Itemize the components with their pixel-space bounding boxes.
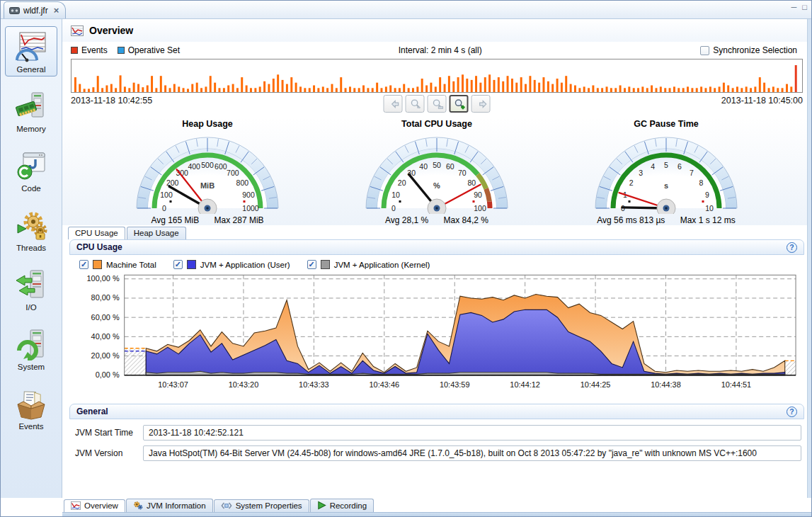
dial-panel: Heap Usage 01002003004005006007008009001… bbox=[62, 118, 811, 225]
synchronize-selection-checkbox[interactable] bbox=[700, 46, 709, 55]
overview-icon bbox=[71, 25, 84, 36]
svg-text:200: 200 bbox=[166, 178, 179, 187]
page-tab-bar: Overview JVM Information System Properti… bbox=[62, 496, 811, 516]
zoom-out-button[interactable] bbox=[406, 95, 425, 113]
svg-text:MiB: MiB bbox=[200, 181, 215, 190]
sidebar-item-label: Threads bbox=[16, 244, 46, 252]
svg-text:3: 3 bbox=[639, 169, 643, 177]
magnifier-minus-icon bbox=[408, 98, 422, 110]
machine-total-label: Machine Total bbox=[106, 261, 156, 269]
event-timeline[interactable] bbox=[71, 59, 803, 93]
svg-text:40: 40 bbox=[419, 162, 428, 171]
tab-overview[interactable]: Overview bbox=[64, 499, 125, 512]
editor-tab-wldf-jfr[interactable]: wldf.jfr × bbox=[4, 1, 66, 18]
svg-text:60,00 %: 60,00 % bbox=[91, 313, 120, 322]
sidebar-item-memory[interactable]: Memory bbox=[5, 86, 57, 136]
svg-text:10:43:20: 10:43:20 bbox=[229, 380, 259, 389]
sidebar-item-label: General bbox=[17, 65, 46, 74]
range-legend: Events Operative Set bbox=[71, 45, 180, 55]
threads-icon bbox=[15, 209, 47, 242]
tab-recording[interactable]: Recording bbox=[310, 499, 374, 512]
sidebar-item-general[interactable]: General bbox=[5, 26, 57, 76]
gc-pause-dial: 012345678910s bbox=[560, 130, 772, 217]
svg-text:10: 10 bbox=[391, 191, 400, 199]
tab-jvm-information[interactable]: JVM Information bbox=[126, 499, 213, 512]
help-icon[interactable]: ? bbox=[787, 242, 797, 253]
gauge-title: Total CPU Usage bbox=[331, 119, 543, 129]
svg-text:100,00 %: 100,00 % bbox=[87, 274, 120, 283]
status-strip bbox=[62, 512, 811, 516]
sidebar-item-code[interactable]: Code bbox=[5, 145, 57, 195]
svg-text:8: 8 bbox=[699, 178, 703, 187]
tab-cpu-usage[interactable]: CPU Usage bbox=[68, 227, 125, 239]
jvm-start-time-row: JVM Start Time 2013-11-18 10:42:52.121 bbox=[75, 425, 801, 441]
sidebar-item-io[interactable]: I/O bbox=[5, 264, 57, 314]
svg-text:600: 600 bbox=[215, 162, 227, 171]
svg-text:10:44:12: 10:44:12 bbox=[510, 380, 540, 389]
general-gauge-chart-icon bbox=[15, 30, 47, 63]
minimize-icon[interactable]: ─ bbox=[791, 3, 797, 11]
timeline-footer: 2013-11-18 10:42:55 2013-11-18 10:45:00 bbox=[71, 95, 803, 118]
heap-usage-dial: 01002003004005006007008009001000MiB bbox=[101, 130, 314, 217]
svg-text:500: 500 bbox=[201, 161, 214, 169]
toggle-jvm-kernel[interactable]: JVM + Application (Kernel) bbox=[307, 260, 430, 269]
navigate-forward-button[interactable] bbox=[471, 95, 491, 113]
gears-icon bbox=[133, 501, 143, 510]
sidebar-item-events[interactable]: Events bbox=[5, 383, 57, 433]
svg-text:1000: 1000 bbox=[242, 204, 259, 212]
jvm-kernel-swatch bbox=[321, 260, 330, 269]
gc-avg-value: Avg 56 ms 813 µs bbox=[597, 215, 665, 225]
jvm-user-label: JVM + Application (User) bbox=[200, 261, 290, 269]
jvm-version-row: JVM Version Java HotSpot(TM) 64-Bit Serv… bbox=[75, 445, 801, 461]
system-icon bbox=[15, 328, 47, 360]
help-icon[interactable]: ? bbox=[787, 407, 797, 417]
sidebar-item-label: I/O bbox=[25, 303, 36, 312]
memory-icon bbox=[15, 90, 47, 123]
svg-text:80,00 %: 80,00 % bbox=[91, 293, 120, 302]
svg-text:10:44:38: 10:44:38 bbox=[651, 380, 681, 389]
toggle-jvm-user[interactable]: JVM + Application (User) bbox=[173, 260, 290, 269]
close-icon[interactable]: × bbox=[54, 7, 59, 14]
gauge-title: Heap Usage bbox=[101, 119, 314, 129]
navigate-back-button[interactable] bbox=[384, 95, 403, 113]
cpu-max-value: Max 84,2 % bbox=[444, 215, 488, 225]
tab-label: System Properties bbox=[236, 501, 302, 510]
tab-heap-usage[interactable]: Heap Usage bbox=[127, 227, 186, 239]
tab-label: Overview bbox=[84, 501, 118, 510]
svg-text:90: 90 bbox=[474, 191, 482, 199]
toggle-machine-total[interactable]: Machine Total bbox=[79, 260, 156, 269]
maximize-icon[interactable]: □ bbox=[802, 3, 807, 11]
operative-set-swatch bbox=[118, 47, 125, 54]
sidebar-item-system[interactable]: System bbox=[5, 324, 57, 374]
svg-text:2: 2 bbox=[629, 178, 634, 187]
jvm-start-time-field[interactable]: 2013-11-18 10:42:52.121 bbox=[143, 425, 801, 441]
jvm-version-field[interactable]: Java HotSpot(TM) 64-Bit Server VM (24.45… bbox=[143, 445, 801, 461]
svg-text:900: 900 bbox=[242, 191, 255, 199]
application-window: wldf.jfr × ─ □ General bbox=[0, 0, 812, 517]
svg-text:0: 0 bbox=[391, 204, 396, 212]
tab-system-properties[interactable]: System Properties bbox=[214, 499, 309, 512]
jvm-user-checkbox[interactable] bbox=[173, 260, 183, 269]
zoom-fit-button[interactable] bbox=[428, 95, 447, 113]
sidebar-item-threads[interactable]: Threads bbox=[5, 205, 57, 255]
svg-text:100: 100 bbox=[160, 191, 173, 199]
svg-text:%: % bbox=[433, 181, 440, 190]
svg-text:7: 7 bbox=[690, 169, 694, 177]
cpu-usage-chart[interactable]: 100,00 %80,00 %60,00 %40,00 %20,00 %0,00… bbox=[69, 271, 804, 399]
svg-text:60: 60 bbox=[446, 162, 454, 171]
svg-text:80: 80 bbox=[468, 178, 476, 187]
overview-tab-icon bbox=[71, 501, 81, 510]
svg-text:10: 10 bbox=[705, 204, 714, 212]
cpu-section-title: CPU Usage bbox=[76, 242, 122, 252]
machine-total-checkbox[interactable] bbox=[79, 260, 88, 269]
tab-label: JVM Information bbox=[147, 501, 206, 510]
io-icon bbox=[15, 268, 47, 301]
magnifier-fit-icon bbox=[430, 98, 444, 110]
svg-text:6: 6 bbox=[677, 162, 682, 171]
zoom-in-button[interactable] bbox=[450, 95, 469, 113]
jvm-kernel-checkbox[interactable] bbox=[307, 260, 316, 269]
events-icon bbox=[15, 387, 47, 420]
svg-text:4: 4 bbox=[651, 162, 655, 171]
series-toggles: Machine Total JVM + Application (User) J… bbox=[69, 255, 804, 271]
synchronize-selection[interactable]: Synchronize Selection bbox=[700, 45, 803, 55]
